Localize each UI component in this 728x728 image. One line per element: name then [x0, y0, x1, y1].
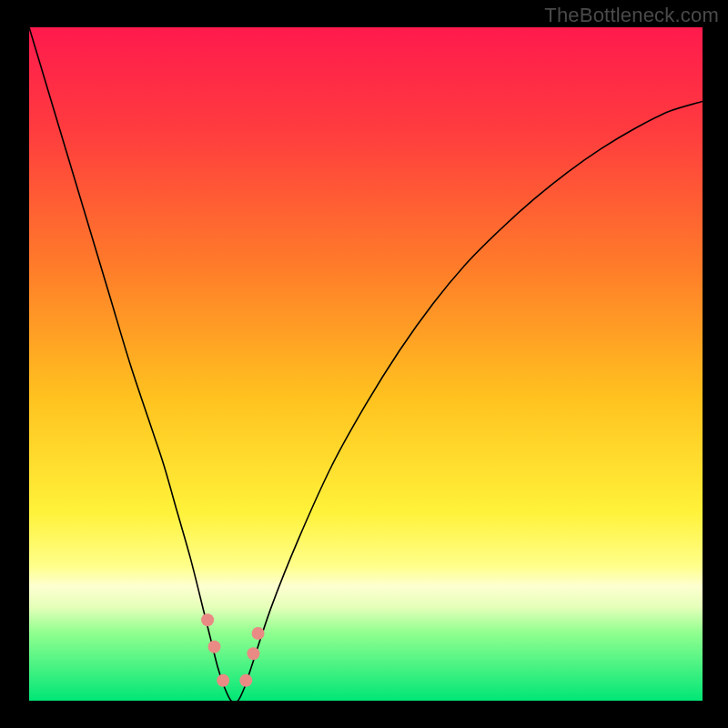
- marker-point: [217, 674, 229, 687]
- chart-container: [29, 27, 703, 701]
- watermark-text: TheBottleneck.com: [544, 4, 719, 27]
- marker-point: [201, 613, 214, 626]
- marker-point: [247, 647, 259, 660]
- marker-point: [239, 674, 252, 687]
- marker-point: [252, 627, 265, 640]
- marker-point: [208, 641, 221, 653]
- bottleneck-chart: [29, 27, 703, 701]
